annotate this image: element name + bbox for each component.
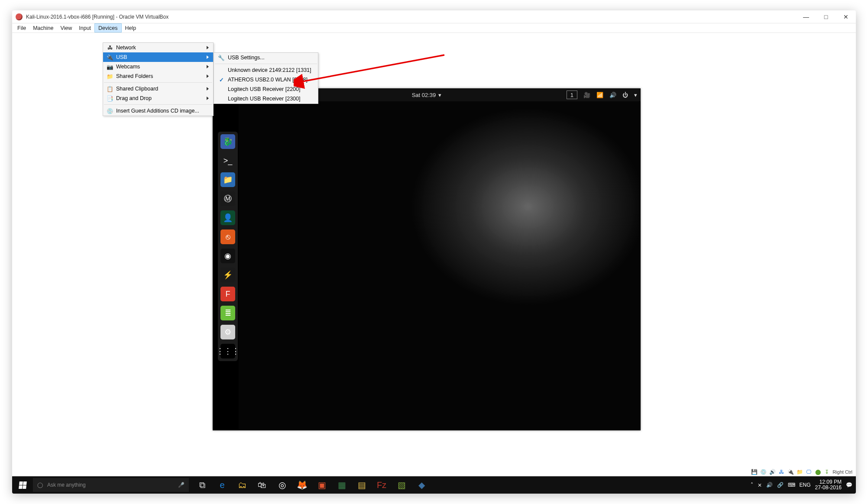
devices-item-network[interactable]: 🖧Network bbox=[103, 43, 213, 52]
separator bbox=[104, 82, 212, 83]
dock-beef[interactable]: ⚡ bbox=[220, 268, 235, 282]
menu-input[interactable]: Input bbox=[75, 23, 94, 32]
dock-apps[interactable]: ⋮⋮⋮ bbox=[220, 344, 235, 359]
devices-dropdown: 🖧Network🔌USB📷Webcams📁Shared Folders📋Shar… bbox=[103, 42, 214, 116]
search-placeholder: Ask me anything bbox=[47, 482, 86, 488]
dock-iceweasel[interactable]: 🐉 bbox=[220, 134, 235, 149]
tray-volume-icon[interactable]: 🔊 bbox=[766, 482, 773, 488]
dock-leafpad[interactable]: ≣ bbox=[220, 306, 235, 320]
start-button[interactable] bbox=[12, 476, 33, 494]
guest-screen[interactable]: Sat 02:39 ▾ 1 🎥 📶 🔊 ⏻ ▾ 🐉>_📁Ⓜ👤⎋◉⚡F≣⚙⋮⋮⋮ bbox=[213, 88, 641, 430]
usb-device-item[interactable]: Logitech USB Receiver [2300] bbox=[214, 94, 318, 103]
status-harddisk-icon: 💾 bbox=[751, 468, 758, 475]
usb-device-label: Unknown device 2149:2122 [1331] bbox=[228, 67, 315, 73]
vbox-icon[interactable]: ◆ bbox=[411, 476, 431, 494]
menu-item-label: Network bbox=[116, 45, 207, 51]
guest-clock[interactable]: Sat 02:39 bbox=[412, 92, 436, 98]
dock-maltego[interactable]: ◉ bbox=[220, 249, 235, 263]
app-icon-3[interactable]: ▧ bbox=[392, 476, 411, 494]
menu-help[interactable]: Help bbox=[122, 23, 140, 32]
windows-logo-icon bbox=[19, 481, 27, 489]
microphone-icon[interactable]: 🎤 bbox=[178, 482, 185, 488]
tray-keyboard-icon[interactable]: ⌨ bbox=[788, 482, 795, 488]
dock-metasploit[interactable]: Ⓜ bbox=[220, 191, 235, 206]
dropdown-caret-icon: ▾ bbox=[438, 92, 441, 98]
menu-file[interactable]: File bbox=[14, 23, 29, 32]
taskview-icon[interactable]: ⧉ bbox=[192, 476, 212, 494]
check-icon: ✓ bbox=[217, 76, 226, 83]
tray-language[interactable]: ENG bbox=[800, 482, 811, 488]
cortana-search[interactable]: ◯ Ask me anything 🎤 bbox=[33, 478, 189, 492]
system-tray: ˄ ⨯ 🔊 🔗 ⌨ ENG 12:09 PM 27-08-2016 💬 bbox=[747, 479, 856, 491]
edge-icon[interactable]: e bbox=[212, 476, 232, 494]
maximize-button[interactable]: □ bbox=[816, 10, 836, 23]
devices-item-drag-and-drop[interactable]: 📑Drag and Drop bbox=[103, 94, 213, 103]
dock-burp[interactable]: ⎋ bbox=[220, 229, 235, 244]
blank-icon bbox=[217, 86, 226, 93]
close-button[interactable]: ✕ bbox=[836, 10, 856, 23]
filezilla-icon[interactable]: Fz bbox=[372, 476, 392, 494]
menu-item-label: USB bbox=[116, 54, 207, 60]
tray-date: 27-08-2016 bbox=[815, 485, 842, 491]
devices-item-webcams[interactable]: 📷Webcams bbox=[103, 62, 213, 71]
devices-item-shared-folders[interactable]: 📁Shared Folders bbox=[103, 71, 213, 81]
power-icon[interactable]: ⏻ bbox=[622, 92, 628, 98]
blank-icon bbox=[217, 67, 226, 74]
usb-icon: 🔌 bbox=[106, 54, 114, 61]
usb-device-item[interactable]: Unknown device 2149:2122 [1331] bbox=[214, 65, 318, 75]
usb-submenu: 🔧 USB Settings... Unknown device 2149:21… bbox=[214, 52, 318, 104]
kali-dock: 🐉>_📁Ⓜ👤⎋◉⚡F≣⚙⋮⋮⋮ bbox=[218, 132, 238, 361]
separator bbox=[215, 64, 317, 64]
virtualbox-app-icon bbox=[16, 13, 23, 20]
usb-settings-item[interactable]: 🔧 USB Settings... bbox=[214, 53, 318, 62]
menu-item-label: Webcams bbox=[116, 64, 207, 70]
wifi-icon[interactable]: 📶 bbox=[596, 92, 603, 98]
menu-devices[interactable]: Devices bbox=[94, 23, 121, 32]
volume-icon[interactable]: 🔊 bbox=[609, 92, 616, 98]
status-optical-icon: 💿 bbox=[760, 468, 767, 475]
vbox-titlebar: Kali-Linux-2016.1-vbox-i686 [Running] - … bbox=[12, 10, 856, 23]
action-center-icon[interactable]: 💬 bbox=[846, 482, 852, 488]
dock-armitage[interactable]: 👤 bbox=[220, 210, 235, 225]
dropdown-caret-icon: ▾ bbox=[634, 92, 637, 98]
submenu-arrow-icon bbox=[207, 87, 209, 90]
firefox-icon[interactable]: 🦊 bbox=[292, 476, 312, 494]
dock-faraday[interactable]: F bbox=[220, 287, 235, 301]
menu-view[interactable]: View bbox=[57, 23, 75, 32]
dock-files[interactable]: 📁 bbox=[220, 172, 235, 187]
minimize-button[interactable]: — bbox=[796, 10, 816, 23]
usb-device-label: Logitech USB Receiver [2200] bbox=[228, 86, 315, 92]
usb-device-item[interactable]: Logitech USB Receiver [2200] bbox=[214, 84, 318, 94]
window-title: Kali-Linux-2016.1-vbox-i686 [Running] - … bbox=[26, 14, 168, 20]
app-icon-2[interactable]: ▤ bbox=[352, 476, 372, 494]
usb-device-label: Logitech USB Receiver [2300] bbox=[228, 96, 315, 102]
submenu-arrow-icon bbox=[207, 65, 209, 68]
devices-item-shared-clipboard[interactable]: 📋Shared Clipboard bbox=[103, 84, 213, 94]
tray-chevron-icon[interactable]: ˄ bbox=[751, 482, 753, 488]
status-network-icon: 🖧 bbox=[778, 468, 785, 475]
vbox-menubar: File Machine View Input Devices Help bbox=[12, 23, 856, 33]
status-record-icon: ⬤ bbox=[814, 468, 821, 475]
usb-settings-label: USB Settings... bbox=[228, 55, 315, 61]
tray-clock[interactable]: 12:09 PM 27-08-2016 bbox=[815, 479, 842, 491]
chrome-icon[interactable]: ◎ bbox=[272, 476, 292, 494]
brave-icon[interactable]: ▣ bbox=[312, 476, 332, 494]
workspace-indicator[interactable]: 1 bbox=[567, 90, 577, 99]
dragdrop-icon: 📑 bbox=[106, 95, 114, 102]
explorer-icon[interactable]: 🗂 bbox=[232, 476, 252, 494]
submenu-arrow-icon bbox=[207, 97, 209, 100]
usb-device-label: ATHEROS USB2.0 WLAN [0108] bbox=[228, 77, 315, 83]
tray-stop-icon[interactable]: ⨯ bbox=[758, 482, 762, 488]
tray-link-icon[interactable]: 🔗 bbox=[777, 482, 784, 488]
store-icon[interactable]: 🛍 bbox=[252, 476, 272, 494]
app-icon-1[interactable]: ▦ bbox=[332, 476, 352, 494]
video-icon[interactable]: 🎥 bbox=[583, 92, 590, 98]
dock-terminal[interactable]: >_ bbox=[220, 153, 235, 168]
devices-item-usb[interactable]: 🔌USB bbox=[103, 52, 213, 62]
host-key-label: Right Ctrl bbox=[832, 469, 852, 475]
clipboard-icon: 📋 bbox=[106, 85, 114, 92]
dock-tweak[interactable]: ⚙ bbox=[220, 325, 235, 339]
usb-device-item[interactable]: ✓ATHEROS USB2.0 WLAN [0108] bbox=[214, 75, 318, 84]
devices-item-insert-guest-additions-cd-image-[interactable]: 💿Insert Guest Additions CD image... bbox=[103, 106, 213, 116]
menu-machine[interactable]: Machine bbox=[29, 23, 57, 32]
